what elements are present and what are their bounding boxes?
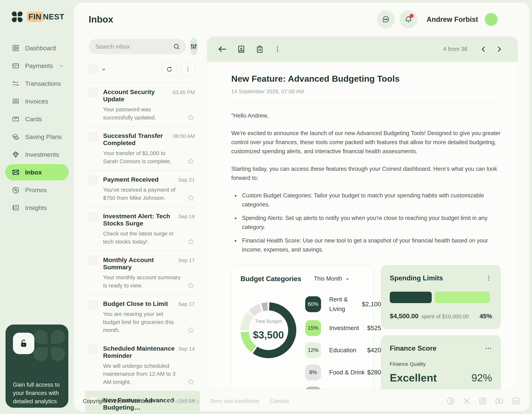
email-title: Scheduled Maintenance Reminder: [103, 345, 175, 359]
filter-button[interactable]: [190, 38, 198, 56]
email-checkbox[interactable]: [89, 256, 97, 265]
sidebar-item-label: Insights: [25, 204, 62, 212]
brand-logo: FINNEST: [0, 0, 74, 22]
trash-icon: [255, 45, 264, 54]
email-list-item[interactable]: Budget Close to LimitSep 17 You are near…: [89, 295, 196, 339]
sidebar-item-payments[interactable]: Payments: [5, 58, 69, 74]
email-time: 08:00 AM: [170, 133, 195, 139]
mail-body: "Hello Andrew, We're excited to announce…: [231, 111, 501, 390]
email-list-item[interactable]: Scheduled Maintenance ReminderSep 14 We …: [89, 339, 196, 391]
prev-email-button[interactable]: [480, 45, 488, 53]
legend-pct-badge: 15%: [305, 320, 321, 336]
chat-button[interactable]: [377, 10, 395, 28]
chevron-right-icon: [495, 45, 503, 53]
email-time: Sep 17: [175, 301, 195, 307]
legend-pct-badge: 5%: [305, 387, 321, 390]
star-icon[interactable]: [187, 194, 195, 202]
spending-more-button[interactable]: [485, 275, 492, 281]
legend-row: 15% Investment $525: [305, 320, 381, 336]
sidebar-item-invoices[interactable]: Invoices: [5, 93, 69, 109]
email-time: Sep 19: [175, 214, 195, 220]
ellipsis-icon: [485, 345, 492, 352]
period-dropdown[interactable]: This Month: [314, 274, 350, 283]
email-list-item[interactable]: Payment ReceivedSep 21 You've received a…: [89, 170, 196, 207]
legend-row: 60% Rent & Living $2,100: [305, 295, 381, 314]
sidebar-item-cards[interactable]: Cards: [5, 111, 69, 127]
star-icon[interactable]: [187, 157, 195, 165]
transactions-icon: [12, 80, 19, 87]
email-checkbox[interactable]: [89, 132, 97, 141]
back-button[interactable]: [218, 44, 227, 54]
x-icon[interactable]: [463, 397, 471, 405]
email-checkbox[interactable]: [89, 88, 97, 97]
footer-link-privacy[interactable]: Privacy Policy: [165, 398, 200, 404]
finance-score-title: Finance Score: [390, 343, 437, 354]
email-list-item[interactable]: Successful Transfer Completed08:00 AM Yo…: [89, 127, 196, 170]
period-value: This Month: [314, 274, 342, 283]
footer-link-terms[interactable]: Term and conditions: [210, 398, 259, 404]
email-checkbox[interactable]: [89, 345, 97, 353]
chevron-down-icon[interactable]: [58, 63, 65, 69]
sliders-icon: [190, 43, 198, 50]
star-icon[interactable]: [187, 114, 195, 121]
sidebar-item-dashboard[interactable]: Dashboard: [5, 40, 69, 56]
email-checkbox[interactable]: [89, 300, 97, 309]
sidebar-item-saving-plans[interactable]: Saving Plans: [5, 129, 69, 145]
facebook-icon[interactable]: [446, 397, 455, 405]
email-list-item[interactable]: Monthly Account SummarySep 17 Your month…: [89, 251, 196, 295]
finance-quality-value: Excellent: [390, 369, 437, 386]
email-time: Sep 14: [175, 346, 195, 352]
sidebar-item-label: Invoices: [25, 98, 62, 105]
finance-score-card: Finance Score Finance Quality Excellent …: [381, 335, 501, 390]
promos-icon: [12, 186, 19, 194]
cards-icon: [12, 115, 19, 123]
mail-more-button[interactable]: [274, 46, 281, 53]
select-all-checkbox[interactable]: [89, 65, 97, 74]
next-email-button[interactable]: [495, 45, 503, 53]
star-icon[interactable]: [187, 238, 195, 246]
sidebar-item-insights[interactable]: Insights: [5, 200, 69, 216]
linkedin-icon[interactable]: [512, 397, 520, 405]
search-icon: [173, 43, 180, 50]
legend-amount: $280: [367, 367, 381, 377]
embedded-cards: Budget Categories This Month: [231, 265, 501, 390]
email-checkbox[interactable]: [89, 176, 97, 184]
divider: [231, 102, 501, 102]
email-title: Account Security Update: [103, 88, 170, 103]
youtube-icon[interactable]: [495, 397, 504, 405]
spending-limits-card: Spending Limits $: [381, 265, 501, 329]
mail-bullet-list: Custom Budget Categories: Tailor your bu…: [239, 191, 501, 254]
email-checkbox[interactable]: [89, 212, 97, 221]
legend-row: 12% Education $420: [305, 342, 381, 358]
email-title: Budget Close to Limit: [103, 300, 168, 307]
sidebar-item-inbox[interactable]: Inbox: [5, 164, 69, 180]
finance-more-button[interactable]: [485, 345, 492, 352]
select-dropdown-chevron[interactable]: [101, 66, 107, 72]
email-list-item[interactable]: Investment Alert: Tech Stocks SurgeSep 1…: [89, 207, 196, 251]
star-icon[interactable]: [187, 282, 195, 289]
sidebar-item-label: Dashboard: [25, 45, 62, 52]
star-icon[interactable]: [187, 326, 195, 334]
list-toolbar: [89, 62, 196, 77]
email-list-item[interactable]: Account Security Update03:45 PM Your pas…: [89, 83, 196, 127]
budget-donut-chart: Total Budget $3,500: [240, 302, 296, 358]
list-more-button[interactable]: [180, 62, 195, 77]
chat-icon: [382, 15, 390, 23]
brand-fin: FIN: [27, 12, 43, 22]
instagram-icon[interactable]: [478, 397, 487, 405]
finance-quality-label: Finance Quality: [390, 360, 492, 368]
spending-limits-title: Spending Limits: [390, 273, 443, 284]
archive-button[interactable]: [237, 45, 246, 54]
sidebar-item-investments[interactable]: Investments: [5, 146, 69, 163]
notifications-button[interactable]: [399, 10, 417, 28]
inbox-icon: [12, 168, 19, 176]
refresh-button[interactable]: [162, 62, 177, 77]
avatar[interactable]: [485, 13, 498, 26]
star-icon[interactable]: [187, 378, 195, 386]
sidebar: FINNEST Dashboard Payments: [0, 0, 74, 414]
footer-link-contact[interactable]: Contact: [270, 398, 289, 404]
sidebar-item-transactions[interactable]: Transactions: [5, 75, 69, 92]
search-input[interactable]: [95, 43, 173, 50]
sidebar-item-promos[interactable]: Promos: [5, 182, 69, 198]
delete-button[interactable]: [255, 45, 264, 54]
